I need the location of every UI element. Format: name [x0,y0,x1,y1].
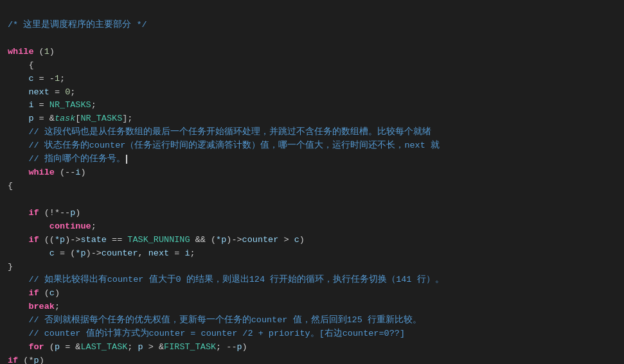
line-cn2: // 状态任务的counter（任务运行时间的逻减滴答计数）值，哪一个值大，运行… [8,141,440,150]
line-cn3: // 指向哪个的任务号。 [8,154,127,164]
line-break: break; [8,302,60,311]
line-if2: if ((*p)->state == TASK_RUNNING && (*p)-… [8,235,305,245]
line-c: c = -1; [8,74,65,83]
line-for: for (p = &LAST_TASK; p > &FIRST_TASK; --… [8,342,247,352]
line-next: next = 0; [8,87,75,97]
line-while: while (1) [8,47,55,56]
code-editor: /* 这里是调度程序的主要部分 */ while (1) { c = -1; n… [8,5,616,364]
line-ifc: if (c) [8,288,60,298]
line-brace1: { [8,60,34,70]
line-brace2: { [8,181,13,191]
line-cn5: // 否则就根据每个任务的优先权值，更新每一个任务的counter 值，然后回到… [8,315,422,325]
line-cn1: // 这段代码也是从任务数组的最后一个任务开始循环处理，并跳过不含任务的数组槽。… [8,127,431,137]
line-p: p = &task[NR_TASKS]; [8,114,132,123]
line-if1: if (!*--p) [8,208,80,218]
line-assign: c = (*p)->counter, next = i; [8,248,195,258]
line-ifp: if (*p) [8,356,44,364]
line-cn6: // counter 值的计算方式为counter = counter /2 +… [8,329,405,338]
line-brace3: } [8,262,13,272]
line-while2: while (--i) [8,168,86,177]
line-cn4: // 如果比较得出有counter 值大于0 的结果，则退出124 行开始的循环… [8,275,444,284]
line-comment-header: /* 这里是调度程序的主要部分 */ [8,20,147,30]
line-continue: continue; [8,221,96,231]
line-i: i = NR_TASKS; [8,100,96,110]
